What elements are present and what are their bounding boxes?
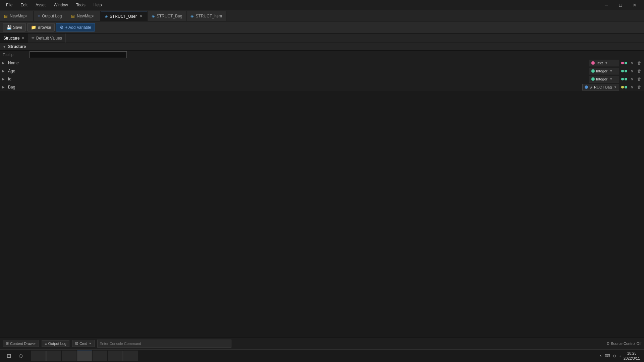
var-name-type-select[interactable]: Text ▼ <box>589 60 619 66</box>
source-control-icon: ⊘ <box>606 341 609 346</box>
content-drawer-button[interactable]: ⊞ Content Drawer <box>3 340 39 347</box>
var-name-expand[interactable]: ▶ <box>0 61 7 65</box>
tray-time[interactable]: 18:25 2022/3/11 <box>624 351 640 361</box>
cmd-button[interactable]: ⊡ Cmd ▼ <box>72 340 95 347</box>
structure-section: ▼ Structure Tooltip ▶ Name Text ▼ <box>0 43 644 91</box>
panel-tab-structure[interactable]: Structure ✕ <box>0 34 28 43</box>
save-button[interactable]: 💾 Save <box>3 23 26 32</box>
section-label: Structure <box>8 44 26 49</box>
var-bag-type-select[interactable]: STRUCT Bag ▼ <box>582 84 619 90</box>
taskbar-app-2[interactable] <box>46 351 61 361</box>
tooltip-row: Tooltip <box>0 51 644 59</box>
variable-row-id: ▶ Id Integer ▼ ∨ 🗑 <box>0 75 644 83</box>
var-bag-dot-pair[interactable] <box>621 86 628 88</box>
minimize-button[interactable]: ─ <box>600 1 613 9</box>
var-id-label: Id <box>7 77 589 81</box>
map2-icon: ⊞ <box>71 14 75 19</box>
add-variable-button[interactable]: ⚙ + Add Variable <box>56 23 95 32</box>
var-id-dot-pair[interactable] <box>621 78 628 80</box>
windows-start-button[interactable]: ⊞ <box>4 351 13 361</box>
panel-structure-close[interactable]: ✕ <box>21 36 24 40</box>
taskbar-app-7[interactable] <box>123 351 138 361</box>
type-label-age: Integer <box>596 69 607 73</box>
var-id-actions: ∨ 🗑 <box>621 76 643 82</box>
panel-tab-default-values[interactable]: ✏ Default Values <box>28 34 66 43</box>
var-bag-expand[interactable]: ▶ <box>0 85 7 89</box>
var-name-delete[interactable]: 🗑 <box>636 60 643 66</box>
output-log-icon: ≡ <box>45 342 47 346</box>
tooltip-input[interactable] <box>30 51 127 58</box>
taskbar-app-3[interactable] <box>62 351 76 361</box>
var-id-chevron[interactable]: ∨ <box>629 76 635 82</box>
taskbar-tray: ∧ ⌨ ⊙ ♪ 18:25 2022/3/11 <box>596 351 643 361</box>
network-icon[interactable]: ⊙ <box>613 354 616 358</box>
menu-asset[interactable]: Asset <box>32 1 49 9</box>
taskbar-app-4[interactable] <box>77 351 92 361</box>
menu-tools[interactable]: Tools <box>73 1 89 9</box>
tab-struct-user-close[interactable]: ✕ <box>139 14 143 18</box>
var-age-expand[interactable]: ▶ <box>0 69 7 73</box>
dot-green2-id <box>625 78 627 80</box>
content-drawer-label: Content Drawer <box>10 342 36 346</box>
var-id-expand[interactable]: ▶ <box>0 77 7 81</box>
tab-newmap2[interactable]: ⊞ NewMap+ <box>67 11 101 21</box>
var-name-chevron[interactable]: ∨ <box>629 60 635 66</box>
keyboard-layout-icon: ⌨ <box>605 354 610 358</box>
type-chevron-icon: ▼ <box>605 61 608 65</box>
taskbar-search-icon[interactable]: ⬡ <box>16 351 25 361</box>
tab-newmap2-label: NewMap+ <box>77 14 95 18</box>
var-age-chevron[interactable]: ∨ <box>629 68 635 74</box>
tab-outputlog[interactable]: ≡ Output Log <box>34 11 67 21</box>
var-id-type-select[interactable]: Integer ▼ <box>589 76 619 82</box>
title-bar: File Edit Asset Window Tools Help ─ □ ✕ <box>0 0 644 10</box>
struct-item-icon: ◈ <box>191 14 194 18</box>
toolbar: 💾 Save 📁 Browse ⚙ + Add Variable <box>0 21 644 34</box>
type-chevron-id-icon: ▼ <box>609 77 612 81</box>
cmd-chevron-icon: ▼ <box>89 342 92 345</box>
type-label-text: Text <box>596 61 603 65</box>
menu-edit[interactable]: Edit <box>17 1 31 9</box>
taskbar-app-6[interactable] <box>108 351 123 361</box>
close-button[interactable]: ✕ <box>628 1 641 9</box>
variable-row-age: ▶ Age Integer ▼ ∨ 🗑 <box>0 67 644 75</box>
var-age-type-select[interactable]: Integer ▼ <box>589 68 619 74</box>
var-age-delete[interactable]: 🗑 <box>636 68 643 74</box>
taskbar-app-5[interactable] <box>93 351 107 361</box>
var-age-dot-pair[interactable] <box>621 70 628 72</box>
source-control-status[interactable]: ⊘ Source Control Off <box>606 341 641 346</box>
date-display: 2022/3/11 <box>624 356 640 361</box>
taskbar-app-1[interactable] <box>31 351 46 361</box>
type-dot-blue-bag <box>585 85 588 89</box>
tab-struct-user-label: STRUCT_User <box>110 14 137 19</box>
tab-struct-bag[interactable]: ◈ STRUCT_Bag <box>148 11 187 21</box>
dot-pink <box>621 62 624 64</box>
time-display: 18:25 <box>624 351 640 356</box>
structure-section-header[interactable]: ▼ Structure <box>0 43 644 51</box>
log-icon: ≡ <box>38 14 40 18</box>
var-name-actions: ∨ 🗑 <box>621 60 643 66</box>
dot-green2-age <box>625 70 627 72</box>
var-bag-chevron[interactable]: ∨ <box>629 84 635 90</box>
var-id-delete[interactable]: 🗑 <box>636 76 643 82</box>
cmd-label: Cmd <box>79 342 87 346</box>
add-variable-icon: ⚙ <box>60 25 64 30</box>
type-chevron-age-icon: ▼ <box>609 69 612 73</box>
tab-struct-item[interactable]: ◈ STRUCT_Item <box>186 11 226 21</box>
menu-help[interactable]: Help <box>90 1 105 9</box>
pencil-icon: ✏ <box>32 36 35 40</box>
output-log-button[interactable]: ≡ Output Log <box>42 340 69 347</box>
speaker-icon[interactable]: ♪ <box>619 354 621 358</box>
tab-newmap1[interactable]: ⊞ NewMap+ <box>0 11 34 21</box>
var-bag-delete[interactable]: 🗑 <box>636 84 643 90</box>
panel-default-values-label: Default Values <box>36 36 62 41</box>
browse-button[interactable]: 📁 Browse <box>27 23 55 32</box>
menu-file[interactable]: File <box>3 1 16 9</box>
console-input[interactable] <box>97 340 231 348</box>
menu-window[interactable]: Window <box>50 1 71 9</box>
tab-outputlog-label: Output Log <box>42 14 62 18</box>
maximize-button[interactable]: □ <box>614 1 627 9</box>
var-name-dot-pair[interactable] <box>621 62 628 64</box>
tray-chevron-icon[interactable]: ∧ <box>599 354 602 358</box>
tab-struct-user[interactable]: ◈ STRUCT_User ✕ <box>101 11 148 21</box>
dot-green-age <box>621 70 624 72</box>
